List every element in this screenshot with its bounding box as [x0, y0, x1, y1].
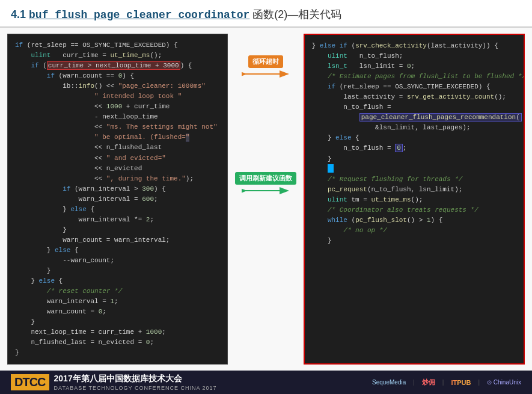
- code-line: if (ret_sleep == OS_SYNC_TIME_EXCEEDED) …: [312, 82, 517, 92]
- code-line: ib::info() << "page_cleaner: 1000ms": [15, 81, 220, 91]
- code-line: << n_evicted: [15, 164, 220, 174]
- code-line: --warn_count;: [15, 256, 220, 266]
- code-line: /* no op */: [312, 226, 517, 236]
- page-title: 4.1 buf_flush_page_cleaner_coordinator 函…: [11, 7, 521, 22]
- code-line: }: [15, 317, 220, 327]
- sponsor-kniao: 炒佣: [422, 378, 435, 387]
- sponsor-divider1: |: [413, 379, 415, 386]
- sponsor-itpub: ITPUB: [451, 379, 471, 386]
- code-line: warn_interval = 600;: [15, 194, 220, 205]
- code-line: }: [15, 348, 220, 358]
- loop-callout: 循环超时: [242, 55, 290, 80]
- code-line: n_to_flush = 0;: [312, 143, 517, 153]
- code-line: warn_count = warn_interval;: [15, 235, 220, 245]
- code-line-loop: if (curr_time > next_loop_time + 3000) {: [15, 61, 220, 71]
- code-line: last_activity = srv_get_activity_count()…: [312, 92, 517, 102]
- code-line: n_flushed_last = n_evicted = 0;: [15, 337, 220, 348]
- page-container: 4.1 buf_flush_page_cleaner_coordinator 函…: [0, 0, 532, 394]
- code-line: if (warn_interval > 300) {: [15, 184, 220, 194]
- code-line: [312, 164, 517, 174]
- code-line: - next_loop_time: [15, 112, 220, 122]
- section-number: 4.1: [11, 8, 26, 20]
- code-line: warn_interval = 1;: [15, 297, 220, 307]
- sponsor-divider2: |: [442, 379, 444, 386]
- code-line: } else if (srv_check_activity(last_activ…: [312, 41, 517, 51]
- code-line: warn_count = 0;: [15, 307, 220, 317]
- title-suffix: 函数(2)—相关代码: [252, 8, 341, 20]
- code-line: warn_interval *= 2;: [15, 215, 220, 225]
- left-code-panel: if (ret_sleep == OS_SYNC_TIME_EXCEEDED) …: [7, 34, 228, 365]
- footer-sponsors: SequeMedia | 炒佣 | ITPUB | ⊙ ChinaUnix: [372, 378, 521, 387]
- code-line: /* Request flushing for threads */: [312, 174, 517, 185]
- footer-conf-info: 2017年第八届中国数据库技术大会 DATABASE TECHNOLOGY CO…: [54, 374, 217, 391]
- code-line: if (ret_sleep == OS_SYNC_TIME_EXCEEDED) …: [15, 40, 220, 51]
- conference-name: 2017年第八届中国数据库技术大会: [54, 374, 217, 384]
- code-line: ulint tm = ut_time_ms();: [312, 195, 517, 205]
- code-line: ulint n_to_flush;: [312, 51, 517, 61]
- code-line: &lsn_limit, last_pages);: [312, 123, 517, 133]
- code-line: " intended loop took ": [15, 91, 220, 102]
- main-content: if (ret_sleep == OS_SYNC_TIME_EXCEEDED) …: [0, 28, 532, 371]
- code-line: } else {: [15, 205, 220, 215]
- right-code-panel: } else if (srv_check_activity(last_activ…: [304, 34, 525, 365]
- code-line: << n_flushed_last: [15, 143, 220, 153]
- code-line: } else {: [312, 133, 517, 143]
- loop-arrow-svg: [242, 68, 290, 80]
- footer: DTCC 2017年第八届中国数据库技术大会 DATABASE TECHNOLO…: [0, 371, 532, 394]
- sponsor-divider3: |: [478, 379, 480, 386]
- code-line: }: [15, 225, 220, 235]
- code-line-flushed: " be optimal. (flushed=": [15, 132, 220, 143]
- code-line: pc_request(n_to_flush, lsn_limit);: [312, 185, 517, 195]
- code-line: }: [15, 266, 220, 276]
- code-line: next_loop_time = curr_time + 1000;: [15, 327, 220, 337]
- code-line: }: [312, 154, 517, 164]
- code-line: }: [312, 236, 517, 246]
- code-line: << "ms. The settings might not": [15, 122, 220, 132]
- callout-area: 循环超时 调用刷新建议函数: [233, 34, 299, 365]
- function-name: buf_flush_page_cleaner_coordinator: [29, 9, 249, 21]
- code-line: } else {: [15, 276, 220, 286]
- code-line: } else {: [15, 245, 220, 256]
- code-line-recommendation: page_cleaner_flush_pages_recommendation(: [312, 112, 517, 123]
- code-line: ulint curr_time = ut_time_ms();: [15, 51, 220, 61]
- sponsor-seque: SequeMedia: [372, 379, 406, 386]
- code-line: << ", during the time.");: [15, 174, 220, 184]
- code-line: lsn_t lsn_limit = 0;: [312, 61, 517, 72]
- code-line: /* Estimate pages from flush_list to be …: [312, 72, 517, 82]
- loop-callout-label: 循环超时: [248, 55, 283, 68]
- code-line: if (warn_count == 0) {: [15, 71, 220, 81]
- flush-callout-label: 调用刷新建议函数: [235, 172, 296, 185]
- code-line: << " and evicted=": [15, 153, 220, 164]
- code-line: /* reset counter */: [15, 286, 220, 297]
- flush-callout: 调用刷新建议函数: [235, 172, 296, 197]
- conference-sub: DATABASE TECHNOLOGY CONFERENCE CHINA 201…: [54, 385, 217, 391]
- dtcc-logo-text: DTCC: [11, 374, 49, 390]
- footer-logo: DTCC 2017年第八届中国数据库技术大会 DATABASE TECHNOLO…: [11, 374, 216, 391]
- sponsor-chinaunix: ⊙ ChinaUnix: [487, 379, 521, 386]
- header: 4.1 buf_flush_page_cleaner_coordinator 函…: [0, 0, 532, 28]
- code-line: << 1000 + curr_time: [15, 102, 220, 112]
- code-line: while (pc_flush_slot() > 1) {: [312, 215, 517, 226]
- code-line: n_to_flush =: [312, 102, 517, 112]
- code-line: /* Coordinator also treats requests */: [312, 205, 517, 215]
- flush-arrow-svg: [242, 185, 290, 197]
